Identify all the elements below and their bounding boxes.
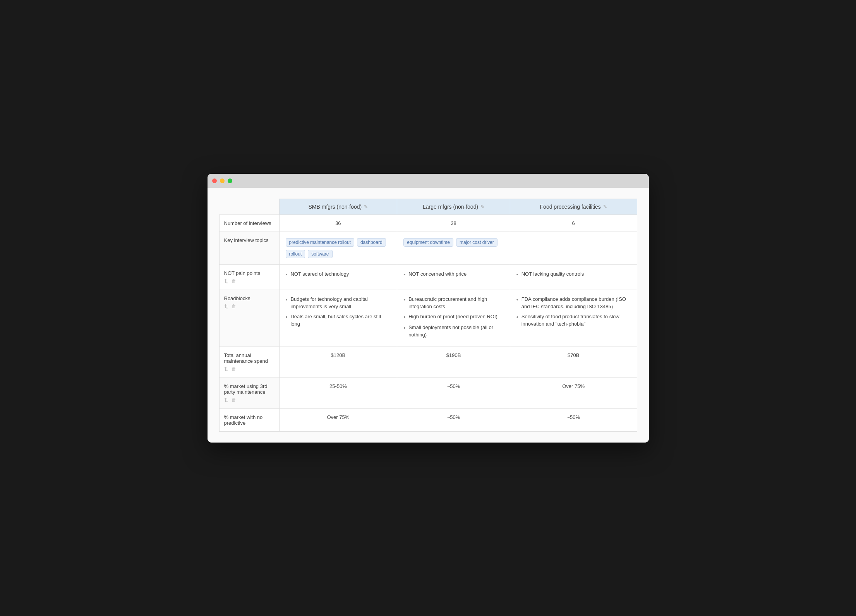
- sort-icon[interactable]: ⇅: [224, 366, 228, 372]
- cell-topics-smb: predictive maintenance rolloutdashboardr…: [279, 232, 397, 264]
- cell-topics-large: equipment downtimemajor cost driver: [397, 232, 510, 264]
- tag-item[interactable]: rollout: [286, 250, 305, 258]
- cell-not_pain-food: NOT lacking quality controls: [510, 264, 637, 290]
- cell-market_3rd-large: ~50%: [397, 377, 510, 408]
- row-label-market_3rd: % market using 3rd party maintenance⇅🗑: [219, 377, 279, 408]
- table-row-market_no_predictive: % market with no predictiveOver 75%~50%~…: [219, 408, 637, 431]
- list-item: NOT scared of technology: [286, 270, 391, 279]
- list-item: NOT concerned with price: [403, 270, 504, 279]
- cell-market_no_predictive-food: ~50%: [510, 408, 637, 431]
- row-title-market_3rd: % market using 3rd party maintenance: [224, 383, 268, 395]
- maximize-dot[interactable]: [228, 178, 232, 183]
- col-header-food: Food processing facilities ✎: [510, 199, 637, 214]
- cell-market_no_predictive-smb: Over 75%: [279, 408, 397, 431]
- bullets-not_pain-food: NOT lacking quality controls: [516, 270, 631, 279]
- bullets-roadblocks-smb: Budgets for technology and capital impro…: [286, 295, 391, 328]
- row-label-roadblocks: Roadblocks⇅🗑: [219, 290, 279, 347]
- cell-interviews-food: 6: [510, 214, 637, 232]
- table-row-maintenance_spend: Total annual maintenance spend⇅🗑$120B$19…: [219, 347, 637, 377]
- col-label-food: Food processing facilities: [540, 204, 601, 210]
- row-title-interviews: Number of interviews: [224, 220, 271, 226]
- col-header-smb: SMB mfgrs (non-food) ✎: [279, 199, 397, 214]
- cell-interviews-large: 28: [397, 214, 510, 232]
- row-title-not_pain: NOT pain points: [224, 270, 261, 276]
- header-empty: [219, 199, 279, 214]
- tag-item[interactable]: dashboard: [357, 238, 386, 247]
- row-title-market_no_predictive: % market with no predictive: [224, 414, 263, 426]
- list-item: NOT lacking quality controls: [516, 270, 631, 279]
- delete-icon[interactable]: 🗑: [232, 397, 236, 403]
- cell-market_3rd-smb: 25-50%: [279, 377, 397, 408]
- cell-roadblocks-food: FDA compliance adds compliance burden (I…: [510, 290, 637, 347]
- cell-maintenance_spend-food: $70B: [510, 347, 637, 377]
- table-row-roadblocks: Roadblocks⇅🗑Budgets for technology and c…: [219, 290, 637, 347]
- list-item: High burden of proof (need proven ROI): [403, 313, 504, 321]
- cell-roadblocks-large: Bureaucratic procurement and high integr…: [397, 290, 510, 347]
- cell-roadblocks-smb: Budgets for technology and capital impro…: [279, 290, 397, 347]
- table-row-market_3rd: % market using 3rd party maintenance⇅🗑25…: [219, 377, 637, 408]
- list-item: FDA compliance adds compliance burden (I…: [516, 295, 631, 311]
- row-label-not_pain: NOT pain points⇅🗑: [219, 264, 279, 290]
- edit-food-icon[interactable]: ✎: [603, 204, 607, 209]
- minimize-dot[interactable]: [220, 178, 225, 183]
- tag-item[interactable]: major cost driver: [456, 238, 497, 247]
- delete-icon[interactable]: 🗑: [232, 304, 236, 309]
- close-dot[interactable]: [212, 178, 217, 183]
- sort-icon[interactable]: ⇅: [224, 278, 228, 284]
- row-label-market_no_predictive: % market with no predictive: [219, 408, 279, 431]
- table-row-interviews: Number of interviews36286: [219, 214, 637, 232]
- row-controls-market_3rd: ⇅🗑: [224, 397, 274, 403]
- cell-maintenance_spend-smb: $120B: [279, 347, 397, 377]
- table-row-not_pain: NOT pain points⇅🗑NOT scared of technolog…: [219, 264, 637, 290]
- delete-icon[interactable]: 🗑: [232, 278, 236, 284]
- cell-interviews-smb: 36: [279, 214, 397, 232]
- row-controls-roadblocks: ⇅🗑: [224, 304, 274, 309]
- bullets-roadblocks-food: FDA compliance adds compliance burden (I…: [516, 295, 631, 328]
- list-item: Deals are small, but sales cycles are st…: [286, 313, 391, 328]
- row-title-maintenance_spend: Total annual maintenance spend: [224, 352, 268, 364]
- row-title-topics: Key interview topics: [224, 237, 269, 243]
- edit-large-icon[interactable]: ✎: [480, 204, 484, 209]
- bullets-not_pain-smb: NOT scared of technology: [286, 270, 391, 279]
- row-title-roadblocks: Roadblocks: [224, 295, 250, 301]
- sort-icon[interactable]: ⇅: [224, 304, 228, 309]
- edit-smb-icon[interactable]: ✎: [364, 204, 368, 209]
- list-item: Small deployments not possible (all or n…: [403, 324, 504, 339]
- list-item: Sensitivity of food product translates t…: [516, 313, 631, 328]
- tag-item[interactable]: predictive maintenance rollout: [286, 238, 354, 247]
- main-window: SMB mfgrs (non-food) ✎ Large mfgrs (non-…: [208, 174, 649, 443]
- tag-item[interactable]: equipment downtime: [403, 238, 453, 247]
- content-area: SMB mfgrs (non-food) ✎ Large mfgrs (non-…: [208, 188, 649, 443]
- col-label-smb: SMB mfgrs (non-food): [309, 204, 362, 210]
- col-header-large: Large mfgrs (non-food) ✎: [397, 199, 510, 214]
- sort-icon[interactable]: ⇅: [224, 397, 228, 403]
- list-item: Bureaucratic procurement and high integr…: [403, 295, 504, 311]
- titlebar: [208, 174, 649, 188]
- row-label-interviews: Number of interviews: [219, 214, 279, 232]
- table-row-topics: Key interview topicspredictive maintenan…: [219, 232, 637, 264]
- row-label-maintenance_spend: Total annual maintenance spend⇅🗑: [219, 347, 279, 377]
- tag-item[interactable]: software: [308, 250, 332, 258]
- cell-not_pain-large: NOT concerned with price: [397, 264, 510, 290]
- list-item: Budgets for technology and capital impro…: [286, 295, 391, 311]
- row-controls-not_pain: ⇅🗑: [224, 278, 274, 284]
- bullets-not_pain-large: NOT concerned with price: [403, 270, 504, 279]
- row-controls-maintenance_spend: ⇅🗑: [224, 366, 274, 372]
- comparison-table: SMB mfgrs (non-food) ✎ Large mfgrs (non-…: [219, 199, 637, 432]
- bullets-roadblocks-large: Bureaucratic procurement and high integr…: [403, 295, 504, 339]
- cell-market_no_predictive-large: ~50%: [397, 408, 510, 431]
- cell-not_pain-smb: NOT scared of technology: [279, 264, 397, 290]
- row-label-topics: Key interview topics: [219, 232, 279, 264]
- cell-market_3rd-food: Over 75%: [510, 377, 637, 408]
- tags-topics-large: equipment downtimemajor cost driver: [403, 237, 504, 247]
- cell-topics-food: [510, 232, 637, 264]
- cell-maintenance_spend-large: $190B: [397, 347, 510, 377]
- delete-icon[interactable]: 🗑: [232, 366, 236, 372]
- col-label-large: Large mfgrs (non-food): [423, 204, 478, 210]
- tags-topics-smb: predictive maintenance rolloutdashboardr…: [286, 237, 391, 259]
